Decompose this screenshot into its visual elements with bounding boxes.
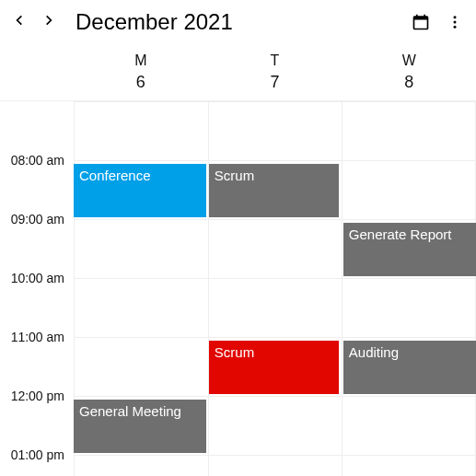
time-label: 01:00 pm xyxy=(0,447,72,462)
event-label: Scrum xyxy=(215,344,254,360)
event-label: Generate Report xyxy=(349,226,452,242)
time-label: 08:00 am xyxy=(0,153,72,168)
event-label: Conference xyxy=(79,168,151,183)
event-scrum-noon[interactable]: Scrum xyxy=(209,341,340,394)
event-generate-report[interactable]: Generate Report xyxy=(343,223,476,276)
nav-arrows xyxy=(13,14,55,30)
day-of-week-label: W xyxy=(342,52,476,69)
day-of-week-label: T xyxy=(208,52,342,69)
day-of-month-label: 8 xyxy=(342,73,476,92)
top-toolbar: December 2021 xyxy=(0,0,476,44)
day-header[interactable]: W 8 xyxy=(342,44,476,100)
svg-rect-1 xyxy=(414,17,428,19)
event-conference[interactable]: Conference xyxy=(74,164,206,217)
event-label: Auditing xyxy=(349,344,399,360)
today-icon[interactable] xyxy=(412,13,430,31)
event-scrum-morning[interactable]: Scrum xyxy=(209,164,340,217)
chevron-right-icon[interactable] xyxy=(42,14,55,30)
event-auditing[interactable]: Auditing xyxy=(343,341,476,394)
day-header-row: M 6 T 7 W 8 xyxy=(0,44,476,101)
event-surface[interactable]: Conference Scrum Generate Report Scrum A… xyxy=(74,101,476,476)
calendar-grid[interactable]: 08:00 am 09:00 am 10:00 am 11:00 am 12:0… xyxy=(0,101,476,476)
time-label: 11:00 am xyxy=(0,330,72,344)
month-title: December 2021 xyxy=(75,9,233,35)
time-label: 09:00 am xyxy=(0,212,72,226)
day-of-month-label: 6 xyxy=(74,73,208,92)
svg-point-5 xyxy=(454,21,457,24)
svg-point-6 xyxy=(454,26,457,29)
day-header[interactable]: M 6 xyxy=(74,44,208,100)
event-label: Scrum xyxy=(215,168,254,183)
day-of-week-label: M xyxy=(74,52,208,69)
more-vertical-icon[interactable] xyxy=(447,14,463,30)
day-header[interactable]: T 7 xyxy=(208,44,342,100)
event-label: General Meeting xyxy=(79,403,181,419)
chevron-left-icon[interactable] xyxy=(13,14,26,30)
time-label: 12:00 pm xyxy=(0,389,72,403)
svg-point-4 xyxy=(454,16,457,18)
time-label: 10:00 am xyxy=(0,271,72,285)
day-of-month-label: 7 xyxy=(208,73,342,92)
event-general-meeting[interactable]: General Meeting xyxy=(74,400,206,453)
